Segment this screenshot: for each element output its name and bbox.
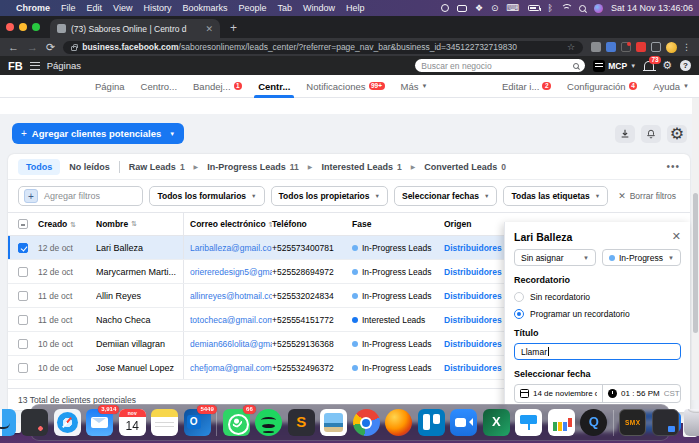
menu-item-chrome[interactable]: Chrome xyxy=(16,3,50,13)
dock-photos-icon[interactable] xyxy=(320,409,347,436)
spotlight-icon[interactable] xyxy=(579,5,586,12)
row-checkbox[interactable] xyxy=(18,339,28,349)
browser-tab[interactable]: (73) Sabores Online | Centro d ✕ xyxy=(50,19,220,38)
dock-launchpad-icon[interactable] xyxy=(21,409,48,436)
screen-record-icon[interactable] xyxy=(441,4,449,12)
more-options-icon[interactable]: ••• xyxy=(666,161,680,172)
cell-email[interactable]: totocheca@gmail.com xyxy=(184,315,272,325)
business-search-input[interactable]: Buscar en negocio xyxy=(415,59,585,72)
dock-outlook-icon[interactable]: 5449 xyxy=(184,409,211,436)
cell-phase[interactable]: In-Progress Leads xyxy=(352,291,444,301)
stage-dropdown[interactable]: In-Progress Lea ▼ xyxy=(602,249,681,266)
dock-finder-icon[interactable] xyxy=(0,409,16,436)
nav-item-pgina[interactable]: Página xyxy=(95,75,125,98)
add-filters-input[interactable]: + Agregar filtros xyxy=(18,186,143,206)
minimize-window-button[interactable] xyxy=(19,23,27,31)
row-checkbox-cell[interactable] xyxy=(8,291,38,301)
menu-item-view[interactable]: View xyxy=(113,3,132,13)
settings-button[interactable]: ⚙ xyxy=(667,125,687,143)
dock-zoom-icon[interactable] xyxy=(450,409,477,436)
notifications-button[interactable]: 73 xyxy=(644,61,654,70)
target-icon[interactable]: ⊙ xyxy=(491,4,499,12)
stage-tab-in-progress-leads[interactable]: In-Progress Leads11 xyxy=(207,162,299,172)
hamburger-menu-icon[interactable] xyxy=(30,62,40,70)
extensions-puzzle-icon[interactable] xyxy=(651,42,661,52)
dock-trash-icon[interactable] xyxy=(684,409,699,436)
cell-name[interactable]: Nacho Checa xyxy=(96,308,184,331)
cell-name[interactable]: Demiian villagran xyxy=(96,332,184,355)
nav-item-bandej[interactable]: Bandej...1 xyxy=(193,75,242,98)
bluetooth-icon[interactable]: ᛒ xyxy=(548,4,553,12)
row-checkbox[interactable] xyxy=(18,363,28,373)
dock-excel-icon[interactable]: X xyxy=(483,409,510,436)
dock-whatsapp-icon[interactable]: 66 xyxy=(223,409,250,436)
extension-icon-2[interactable] xyxy=(606,42,616,52)
time-picker[interactable]: 01 : 56 PM CST xyxy=(603,385,680,402)
nav-item-configuracin[interactable]: Configuración4 xyxy=(567,75,637,98)
maximize-window-button[interactable] xyxy=(32,23,40,31)
cell-name[interactable]: Lari Balleza xyxy=(96,236,184,259)
no-reminder-option[interactable]: Sin recordatorio xyxy=(514,292,681,302)
dock-numbers-icon[interactable] xyxy=(548,409,575,436)
page-scrollbar[interactable] xyxy=(692,98,699,400)
owner-dropdown[interactable]: Sin asignar ▼ xyxy=(514,249,596,266)
dock-quicktime-icon[interactable]: Q xyxy=(580,409,607,436)
scrollbar-thumb[interactable] xyxy=(693,193,698,333)
dock-smx-icon[interactable]: SMX xyxy=(619,409,646,436)
menu-item-file[interactable]: File xyxy=(61,3,76,13)
filter-dropdown-todas-las-etiquetas[interactable]: Todas las etiquetas▼ xyxy=(503,186,608,206)
stage-tab-no-le-dos[interactable]: No leídos xyxy=(69,162,110,172)
reminders-bell-button[interactable] xyxy=(641,125,661,143)
menu-item-help[interactable]: Help xyxy=(346,3,365,13)
cell-phase[interactable]: In-Progress Leads xyxy=(352,339,444,349)
menu-item-bookmarks[interactable]: Bookmarks xyxy=(182,3,227,13)
close-window-button[interactable] xyxy=(6,23,14,31)
filter-dropdown-todos-los-formularios[interactable]: Todos los formularios▼ xyxy=(149,186,264,206)
row-checkbox-cell[interactable] xyxy=(8,243,38,253)
display-icon[interactable] xyxy=(457,5,467,12)
col-email[interactable]: Correo electrónico⇅ xyxy=(184,219,272,229)
row-checkbox[interactable] xyxy=(18,315,28,325)
radio-off-icon[interactable] xyxy=(514,292,524,302)
cell-email[interactable]: oriereredesign5@gmail... xyxy=(184,267,272,277)
panel-close-icon[interactable]: ✕ xyxy=(672,230,681,243)
bookmark-star-icon[interactable]: ☆ xyxy=(567,42,575,52)
row-checkbox[interactable] xyxy=(18,243,28,253)
browser-profile-avatar[interactable] xyxy=(666,42,677,53)
menu-clock[interactable]: Sat 14 Nov 13:46:06 xyxy=(611,3,693,13)
menu-item-history[interactable]: History xyxy=(143,3,171,13)
extension-icon-4[interactable] xyxy=(636,42,646,52)
help-icon[interactable]: ? xyxy=(680,60,691,71)
cell-email[interactable]: Lariballeza@gmail.com xyxy=(184,243,272,253)
dock-safari-icon[interactable] xyxy=(54,409,81,436)
filter-dropdown-seleccionar-fechas[interactable]: Seleccionar fechas▼ xyxy=(394,186,497,206)
nav-item-editari[interactable]: Editar i...2 xyxy=(502,75,551,98)
browser-menu-icon[interactable]: ⋮ xyxy=(682,42,691,52)
stage-tab-raw-leads[interactable]: Raw Leads1 xyxy=(129,162,185,172)
col-created[interactable]: Creado⇅ xyxy=(38,219,96,229)
schedule-reminder-option[interactable]: Programar un recordatorio xyxy=(514,309,681,319)
cell-email[interactable]: demian666lolita@gmail... xyxy=(184,339,272,349)
cell-name[interactable]: Jose Manuel Lopez xyxy=(96,356,184,379)
nav-item-centr[interactable]: Centr... xyxy=(258,75,290,98)
dock-firefox-icon[interactable] xyxy=(385,409,412,436)
dock-mail-icon[interactable]: 3,914 xyxy=(86,409,113,436)
menu-item-tab[interactable]: Tab xyxy=(277,3,292,13)
dock-chrome-icon[interactable] xyxy=(353,409,380,436)
stage-tab-interested-leads[interactable]: Interested Leads1 xyxy=(321,162,401,172)
row-checkbox-cell[interactable] xyxy=(8,363,38,373)
nav-item-centro[interactable]: Centro... xyxy=(141,75,177,98)
download-button[interactable] xyxy=(615,125,635,143)
extension-icon-1[interactable] xyxy=(591,42,601,52)
clear-filters-button[interactable]: ✕ Borrar filtros xyxy=(614,191,680,201)
business-profile-switcher[interactable]: MCP ▼ xyxy=(593,60,636,72)
dock-spotify-icon[interactable] xyxy=(255,409,282,436)
dock-keynote-icon[interactable] xyxy=(515,409,542,436)
dock-window-icon[interactable] xyxy=(652,409,679,436)
new-tab-button[interactable]: + xyxy=(230,19,237,38)
dropbox-icon[interactable]: ❖ xyxy=(475,4,483,12)
row-checkbox[interactable] xyxy=(18,291,28,301)
menu-item-people[interactable]: People xyxy=(238,3,266,13)
extension-icon-3[interactable] xyxy=(621,42,631,52)
dock-calendar-icon[interactable]: nov14 xyxy=(119,409,146,436)
